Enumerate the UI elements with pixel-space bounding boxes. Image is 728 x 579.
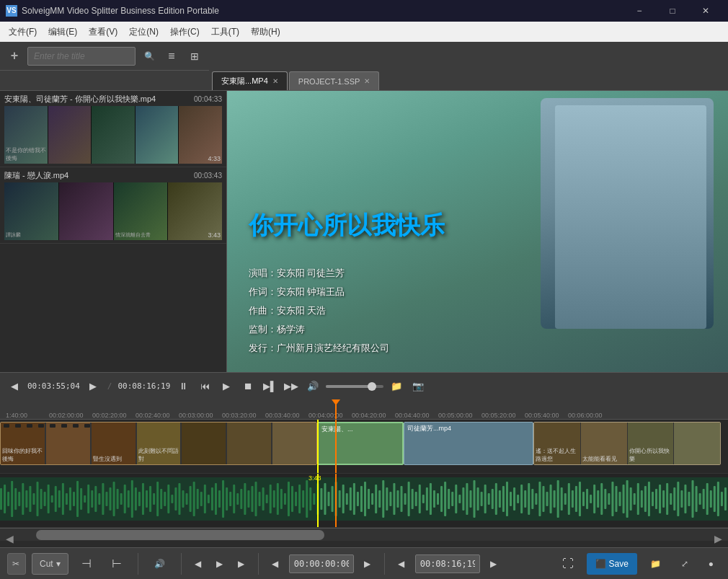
file-item-2[interactable]: 陳瑞 - 戀人淚.mp4 00:03:43 譚詠麟 情深就離自去青 3:43: [0, 167, 226, 244]
main-content: 安東陽、司徒蘭芳 - 你開心所以我快樂.mp4 00:04:33 不是你的错我不…: [0, 91, 728, 372]
svg-rect-143: [520, 485, 523, 513]
svg-rect-66: [240, 489, 242, 509]
svg-rect-76: [277, 483, 279, 515]
maximize-button[interactable]: □: [656, 0, 689, 22]
grid-view-button[interactable]: ⊞: [185, 46, 205, 66]
export-folder-button[interactable]: 📁: [643, 553, 668, 575]
segment-selected[interactable]: 安東陽、...: [317, 422, 404, 465]
minimize-button[interactable]: −: [623, 0, 656, 22]
cut-dropdown-button[interactable]: Cut ▾: [32, 553, 68, 575]
svg-rect-96: [350, 487, 352, 511]
trim-button[interactable]: ✂ ​: [7, 553, 26, 575]
go-to-end-button[interactable]: ▶: [360, 556, 376, 572]
scroll-left-arrow[interactable]: ◀: [6, 533, 14, 544]
stop-button[interactable]: ⏹: [239, 378, 257, 395]
app-icon: VS: [6, 5, 17, 17]
go-to-start-button[interactable]: ◀: [267, 556, 283, 572]
svg-rect-101: [368, 489, 370, 509]
svg-rect-110: [401, 486, 403, 512]
search-icon[interactable]: 🔍: [140, 47, 159, 66]
tab-project[interactable]: PROJECT-1.SSP ✕: [289, 71, 380, 90]
track-playhead: [335, 420, 337, 473]
audio-settings-button[interactable]: 🔊: [147, 553, 172, 575]
search-input[interactable]: [27, 47, 136, 66]
prev-frame-button[interactable]: ◀: [6, 378, 23, 395]
svg-rect-139: [506, 482, 508, 516]
menu-file[interactable]: 文件(F): [3, 23, 43, 41]
total-prev-button[interactable]: ◀: [394, 556, 409, 572]
timeline-container: 1:40:00 00:02:00:00 00:02:20:00 00:02:40…: [0, 399, 728, 547]
prev-segment-button[interactable]: ◀: [190, 556, 206, 572]
menu-view[interactable]: 查看(V): [83, 23, 123, 41]
menu-edit[interactable]: 编辑(E): [43, 23, 83, 41]
svg-rect-193: [703, 489, 705, 509]
svg-rect-40: [146, 490, 148, 508]
svg-rect-169: [615, 486, 617, 512]
menu-operate[interactable]: 操作(C): [164, 23, 205, 41]
svg-rect-181: [659, 485, 661, 513]
segment-3[interactable]: 遙：送不起人生路過您 太能能看看见 你開心所以我快樂: [533, 422, 721, 465]
ruler-mark-10: 00:05:00:00: [438, 412, 473, 419]
tab-video1[interactable]: 安東陽...MP4 ✕: [212, 71, 288, 90]
file-item-1[interactable]: 安東陽、司徒蘭芳 - 你開心所以我快樂.mp4 00:04:33 不是你的错我不…: [0, 91, 226, 167]
svg-rect-133: [484, 485, 487, 513]
svg-rect-8: [29, 486, 31, 512]
ruler-mark-5: 00:03:20:00: [222, 412, 257, 419]
frame-fwd-button[interactable]: ▶▌: [261, 378, 278, 395]
segment-pre[interactable]: 回味你的好我不後悔 豎生沒遇到 此刻難以不問語對: [0, 422, 317, 465]
total-time-input[interactable]: [415, 554, 480, 573]
svg-rect-180: [655, 489, 657, 509]
svg-rect-189: [688, 492, 690, 506]
menu-tools[interactable]: 工具(T): [205, 23, 245, 41]
svg-rect-28: [102, 483, 104, 515]
close-button[interactable]: ✕: [689, 0, 722, 22]
mark-out-button[interactable]: ⊢: [105, 553, 129, 575]
frame-play-button[interactable]: ▶: [218, 378, 235, 395]
scroll-right-arrow[interactable]: ▶: [714, 533, 722, 544]
scroll-thumb[interactable]: [36, 530, 324, 540]
window-controls: − □ ✕: [623, 0, 722, 22]
resize-button[interactable]: ⤢: [674, 553, 696, 575]
svg-rect-9: [32, 493, 35, 505]
mark-in-button[interactable]: ⊣: [74, 553, 99, 575]
file-thumb-1: 不是你的错我不後悔 4:33: [4, 106, 222, 164]
list-view-button[interactable]: ≡: [161, 46, 182, 66]
pause-button[interactable]: ⏸: [174, 378, 192, 395]
next-segment-button[interactable]: ▶: [234, 556, 249, 572]
svg-rect-19: [69, 487, 71, 511]
tab-close-project[interactable]: ✕: [364, 77, 370, 85]
svg-rect-21: [76, 481, 79, 517]
bookmark-button[interactable]: ⛶: [555, 553, 581, 575]
svg-rect-47: [171, 495, 173, 503]
svg-rect-177: [644, 486, 647, 512]
volume-slider[interactable]: [326, 385, 383, 388]
step-back-button[interactable]: ⏮: [196, 378, 213, 395]
play-button[interactable]: ▶: [84, 378, 102, 395]
play-bottom-button[interactable]: ▶: [212, 556, 228, 572]
volume-icon[interactable]: 🔊: [304, 378, 321, 395]
slow-fwd-button[interactable]: ▶▶: [283, 378, 300, 395]
svg-rect-191: [696, 486, 698, 512]
timeline-scrollbar[interactable]: ◀ ▶: [0, 528, 728, 541]
svg-rect-77: [280, 489, 283, 509]
svg-rect-132: [481, 492, 483, 506]
save-button[interactable]: ⬛ Save: [587, 553, 637, 575]
svg-rect-122: [444, 482, 446, 516]
open-folder-button[interactable]: 📁: [388, 378, 405, 395]
svg-rect-105: [382, 480, 384, 518]
svg-rect-172: [626, 480, 629, 518]
menu-help[interactable]: 帮助(H): [245, 23, 286, 41]
segment-2[interactable]: 司徒蘭芳...mp4: [404, 422, 533, 465]
add-button[interactable]: +: [4, 46, 25, 66]
svg-rect-148: [538, 482, 541, 516]
total-next-button[interactable]: ▶: [486, 556, 502, 572]
svg-rect-27: [98, 493, 100, 505]
audio-track: [0, 474, 728, 528]
screenshot-button[interactable]: 📷: [409, 378, 427, 395]
svg-rect-43: [156, 482, 159, 516]
dot-button[interactable]: ●: [701, 553, 721, 575]
tab-close-video1[interactable]: ✕: [272, 77, 278, 85]
svg-rect-18: [66, 493, 68, 505]
current-time-input[interactable]: [289, 554, 354, 573]
menu-locate[interactable]: 定位(N): [123, 23, 164, 41]
